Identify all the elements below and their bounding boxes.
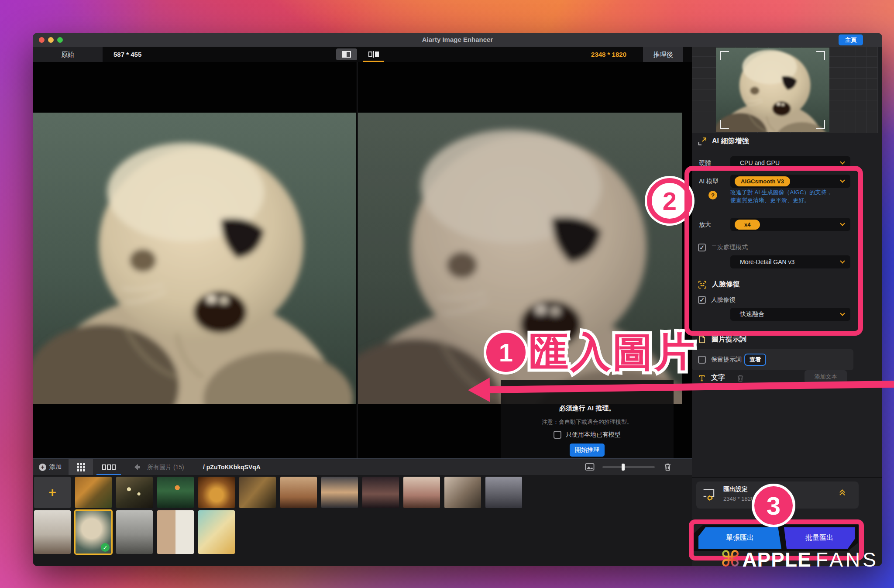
- scale-badge: x4: [735, 220, 760, 230]
- local-models-checkbox[interactable]: [554, 431, 561, 439]
- add-text-button[interactable]: 添加文本: [805, 370, 847, 383]
- chevron-down-icon: [840, 258, 845, 263]
- text-tool-icon: [698, 374, 706, 382]
- thumbnail-chihuahua[interactable]: [34, 510, 71, 554]
- thumbnail-size-icon: [585, 463, 595, 471]
- inference-dialog: 必須進行 AI 推理。 注意：會自動下載適合的推理模型。 只使用本地已有模型 開…: [501, 380, 674, 464]
- collapse-chevrons-icon[interactable]: [840, 490, 844, 497]
- selected-check-icon: ✓: [101, 543, 110, 552]
- all-images-link[interactable]: 所有圖片 (15): [147, 459, 184, 475]
- export-batch-button[interactable]: 批量匯出: [784, 527, 855, 549]
- export-format: JPG: [756, 495, 768, 502]
- grid-icon: [77, 463, 85, 471]
- enhance-section-header: AI 細節增強: [698, 137, 749, 146]
- hardware-label: 硬體: [699, 159, 711, 167]
- chevron-down-icon: [840, 178, 845, 182]
- thumbnail-koala[interactable]: [116, 510, 153, 554]
- thumbnail-butterfly[interactable]: [116, 477, 153, 508]
- model-badge: AIGCsmooth V3: [735, 176, 790, 186]
- scale-label: 放大: [699, 221, 711, 229]
- thumbnail-row-2: ✓: [34, 510, 235, 554]
- strip-view-icon: [102, 464, 106, 470]
- export-settings-panel[interactable]: 匯出設定 2348 * 1820JPG: [696, 481, 859, 509]
- enhance-icon: [698, 137, 707, 146]
- window-title: Aiarty Image Enhancer: [33, 33, 882, 47]
- pane-divider[interactable]: [357, 62, 358, 458]
- face-restore-row: 人臉修復: [698, 296, 736, 304]
- scale-dropdown[interactable]: x4: [730, 218, 850, 231]
- side-by-side-icon: [368, 52, 372, 57]
- tab-original[interactable]: 原始: [33, 47, 103, 62]
- trash-icon[interactable]: [736, 374, 744, 382]
- hardware-dropdown[interactable]: CPU and GPU: [730, 156, 850, 169]
- add-label: 添加: [49, 463, 62, 471]
- navigator-thumbnail[interactable]: [716, 48, 829, 132]
- export-single-button[interactable]: 單張匯出: [698, 527, 781, 549]
- local-models-label: 只使用本地已有模型: [566, 431, 621, 439]
- result-size: 2348 * 1820: [591, 47, 626, 62]
- desktop-wallpaper: Aiarty Image Enhancer 主頁 原始 587 * 455 23…: [0, 0, 894, 588]
- delete-icon[interactable]: [664, 463, 672, 471]
- add-images-button[interactable]: + 添加: [39, 459, 62, 475]
- secondary-mode-dropdown[interactable]: More-Detail GAN v3: [730, 255, 850, 268]
- thumbnail-tiger[interactable]: [75, 477, 112, 508]
- export-size: 2348 * 1820JPG: [723, 495, 768, 502]
- split-view-icon: [342, 51, 351, 58]
- thumbnail-forest-vase[interactable]: [157, 477, 194, 508]
- original-size: 587 * 455: [113, 47, 141, 62]
- preview-toolbar: 原始 587 * 455 2348 * 1820 推理後: [33, 47, 692, 62]
- thumbnail-size-slider[interactable]: [602, 466, 655, 468]
- thumbnail-add[interactable]: +: [34, 477, 71, 508]
- slider-handle[interactable]: [622, 464, 625, 471]
- grid-view-button[interactable]: [69, 459, 93, 475]
- thumbnail-woman-dark[interactable]: [362, 477, 399, 508]
- face-mode-dropdown[interactable]: 快速融合: [730, 308, 850, 321]
- crop-bracket-icon: [720, 51, 729, 60]
- strip-view-button[interactable]: [96, 459, 121, 475]
- thumbnail-group-photo[interactable]: [444, 477, 481, 508]
- thumbnail-cat-meme[interactable]: [157, 510, 194, 554]
- result-photo[interactable]: [358, 113, 682, 404]
- view-prompt-button[interactable]: 查看: [744, 354, 766, 366]
- thumbnail-woman-portrait[interactable]: [403, 477, 440, 508]
- add-image-icon: +: [34, 477, 71, 508]
- original-photo[interactable]: [33, 113, 356, 404]
- keep-prompt-row: 保留提示詞 查看: [692, 349, 853, 370]
- model-dropdown[interactable]: AIGCsmooth V3: [730, 175, 850, 188]
- secondary-mode-checkbox[interactable]: [698, 244, 706, 251]
- inference-required-text: 必須進行 AI 推理。: [559, 404, 615, 413]
- current-file-name: / pZuToKKbkqSVqA: [203, 459, 261, 475]
- command-icon: ⌘: [720, 547, 740, 572]
- face-section-header: 人臉修復: [698, 280, 740, 289]
- home-button[interactable]: 主頁: [839, 34, 863, 45]
- prompt-section-header: 圖片提示詞: [698, 335, 746, 344]
- thumbnail-boy-microphone[interactable]: [321, 477, 358, 508]
- start-inference-button[interactable]: 開始推理: [570, 444, 605, 457]
- model-help-text: 改進了對 AI 生成圖像（AIGC）的支持， 使畫質更清晰、更平滑、更好。: [730, 189, 832, 204]
- navigator-panel: [692, 47, 878, 133]
- thumbnail-grid: + ✓: [33, 475, 692, 566]
- model-label: AI 模型: [699, 178, 719, 186]
- back-arrow-icon[interactable]: [134, 464, 141, 471]
- export-settings-icon: [702, 488, 717, 501]
- face-restore-checkbox[interactable]: [698, 296, 706, 304]
- help-icon[interactable]: ?: [708, 191, 717, 199]
- chevron-down-icon: [840, 159, 845, 164]
- tab-result[interactable]: 推理後: [643, 47, 683, 62]
- thumbnail-otter-selected[interactable]: ✓: [75, 510, 112, 554]
- thumbnail-street-scene[interactable]: [485, 477, 522, 508]
- thumbnail-dog-knight[interactable]: [239, 477, 276, 508]
- thumbnail-row-1: +: [34, 477, 522, 508]
- export-settings-title: 匯出設定: [723, 485, 748, 493]
- chevron-down-icon: [840, 221, 845, 226]
- thumbnail-burger[interactable]: [198, 477, 235, 508]
- thumbnail-pizza-girl[interactable]: [198, 510, 235, 554]
- keep-prompt-checkbox[interactable]: [698, 356, 706, 364]
- thumbnail-girl-portrait[interactable]: [280, 477, 317, 508]
- secondary-mode-label: 二次處理模式: [711, 244, 748, 251]
- secondary-mode-row: 二次處理模式: [698, 244, 748, 251]
- keep-prompt-label: 保留提示詞: [711, 356, 742, 364]
- chevron-down-icon: [840, 311, 845, 316]
- split-view-toggle[interactable]: [336, 48, 357, 60]
- side-by-side-toggle[interactable]: [363, 48, 384, 60]
